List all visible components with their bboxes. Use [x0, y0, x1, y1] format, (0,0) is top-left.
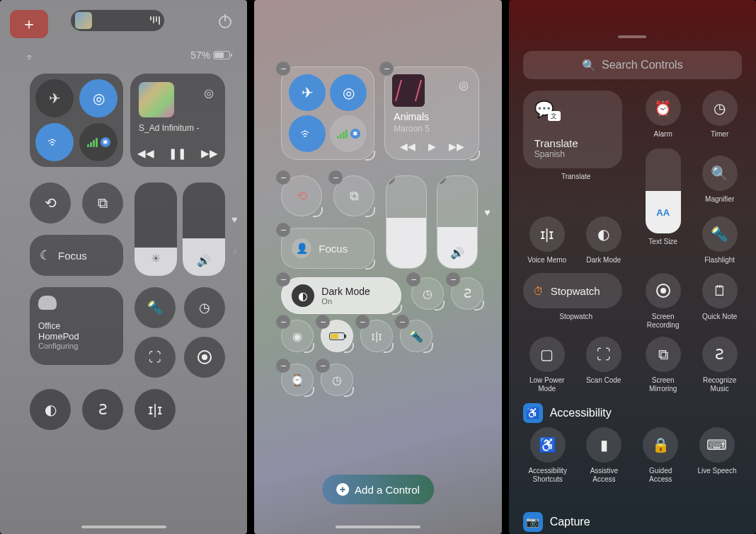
airplay-icon[interactable]: ◎	[204, 86, 214, 100]
live-speech-control[interactable]: ⌨Live Speech	[692, 427, 742, 484]
flashlight-toggle[interactable]: 🔦	[134, 287, 176, 328]
remove-button[interactable]	[276, 170, 290, 185]
magnifier-edit[interactable]: ɪ|ɪ	[360, 320, 393, 352]
resize-handle[interactable]	[392, 305, 402, 315]
resize-handle[interactable]	[474, 301, 484, 310]
rotation-lock-toggle[interactable]: ⟲	[30, 182, 71, 224]
flashlight-control[interactable]: 🔦Flashlight	[696, 216, 744, 265]
remove-button[interactable]	[437, 175, 446, 185]
timer2-edit[interactable]: ◷	[321, 364, 353, 396]
quick-note-control[interactable]: 🗒Quick Note	[696, 273, 744, 321]
remove-button[interactable]	[379, 62, 394, 76]
wifi-toggle[interactable]: ᯤ	[35, 123, 74, 161]
recognize-music-control[interactable]: ƧRecognize Music	[696, 337, 744, 393]
previous-button[interactable]: ◀◀	[137, 147, 154, 160]
sheet-grabber[interactable]	[618, 35, 646, 38]
add-control-button[interactable]: + Add a Control	[322, 475, 434, 504]
scan-code-control[interactable]: ⛶Scan Code	[580, 337, 628, 385]
flashlight-edit[interactable]: 🔦	[400, 320, 433, 352]
resize-handle[interactable]	[470, 151, 480, 161]
dark-mode-tile-edit[interactable]: ◐ Dark Mode On	[281, 277, 401, 314]
resize-handle[interactable]	[304, 343, 314, 353]
remove-button[interactable]	[395, 315, 409, 329]
timer-edit[interactable]: ◷	[411, 277, 444, 310]
resize-handle[interactable]	[435, 301, 445, 310]
remove-button[interactable]	[276, 315, 290, 329]
guided-access-control[interactable]: 🔒Guided Access	[636, 427, 685, 484]
connectivity-tile-edit[interactable]: ✈ ◎ ᯤ ✱	[281, 66, 374, 160]
screen-recording-button[interactable]	[184, 337, 225, 378]
remove-button[interactable]	[355, 315, 370, 329]
watch-mirror-edit[interactable]: ⌚	[281, 364, 314, 396]
magnifier-control[interactable]: 🔍Magnifier	[696, 156, 744, 204]
resize-handle[interactable]	[344, 343, 354, 353]
now-playing-tile[interactable]: ◎ S_Ad Infinitum - ◀◀ ❚❚ ▶▶	[130, 74, 225, 167]
shazam-button[interactable]: Ƨ	[82, 389, 123, 430]
volume-slider-edit[interactable]: 🔊	[437, 175, 478, 269]
remove-button[interactable]	[446, 272, 460, 286]
resize-handle[interactable]	[344, 387, 354, 397]
next-button[interactable]: ▶▶	[201, 147, 218, 160]
screen-record-edit[interactable]: ◉	[281, 320, 314, 352]
remove-button[interactable]	[276, 223, 290, 237]
rotation-lock-edit[interactable]: ⟲	[281, 175, 322, 216]
remove-button[interactable]	[276, 62, 290, 76]
low-power-edit[interactable]	[321, 320, 353, 352]
text-size-control[interactable]: AA Text Size	[639, 149, 687, 246]
remove-button[interactable]	[386, 175, 395, 185]
stopwatch-control[interactable]: ⏱Stopwatch Stopwatch	[523, 273, 629, 321]
resize-handle[interactable]	[313, 207, 323, 217]
dynamic-island[interactable]	[71, 10, 164, 31]
resize-handle[interactable]	[365, 207, 375, 217]
voice-memo-control[interactable]: ɪ|ɪVoice Memo	[523, 216, 571, 265]
pause-button[interactable]: ❚❚	[168, 147, 187, 160]
remove-button[interactable]	[276, 272, 290, 286]
airdrop-toggle[interactable]: ◎	[79, 79, 118, 117]
accessibility-shortcuts-control[interactable]: ♿Accessibility Shortcuts	[523, 427, 573, 484]
resize-handle[interactable]	[384, 343, 394, 353]
alarm-control[interactable]: ⏰Alarm	[639, 91, 687, 139]
scan-code-button[interactable]: ⛶	[134, 337, 176, 378]
remove-button[interactable]	[276, 359, 290, 373]
screen-recording-control[interactable]: Screen Recording	[639, 273, 687, 330]
airdrop-icon: ◎	[330, 74, 367, 111]
focus-tile-edit[interactable]: 👤 Focus	[281, 228, 374, 269]
screen-mirroring-edit[interactable]: ⧉	[333, 175, 374, 216]
remove-button[interactable]	[316, 315, 330, 329]
remove-button[interactable]	[316, 359, 330, 373]
brightness-slider[interactable]: ☀	[134, 182, 177, 276]
resize-handle[interactable]	[365, 260, 375, 269]
timer-control[interactable]: ◷Timer	[696, 91, 744, 139]
shazam-edit[interactable]: Ƨ	[451, 277, 483, 310]
favorites-page-icon[interactable]: ♥	[484, 207, 490, 218]
airplane-mode-toggle[interactable]: ✈	[35, 79, 74, 117]
remove-button[interactable]	[328, 170, 343, 185]
focus-tile[interactable]: ☾ Focus	[30, 235, 123, 276]
voice-search-button[interactable]: ɪ|ɪ	[134, 389, 176, 430]
screen-mirroring-button[interactable]: ⧉	[82, 182, 123, 224]
volume-slider[interactable]: 🔊	[183, 182, 225, 276]
home-indicator[interactable]	[81, 526, 166, 528]
timer-button[interactable]: ◷	[184, 287, 225, 328]
bluetooth-cellular-toggle[interactable]: ✱	[79, 123, 118, 161]
resize-handle[interactable]	[365, 151, 375, 161]
low-power-control[interactable]: ▢Low Power Mode	[523, 337, 571, 393]
search-controls-field[interactable]: 🔍 Search Controls	[523, 51, 742, 79]
resize-handle[interactable]	[304, 387, 314, 397]
now-playing-tile-edit[interactable]: ◎ Animals Maroon 5 ◀◀ ▶ ▶▶	[384, 66, 479, 160]
brightness-slider-edit[interactable]	[386, 175, 427, 269]
dark-mode-toggle[interactable]: ◐	[30, 389, 71, 430]
connectivity-tile[interactable]: ✈ ◎ ᯤ ✱	[30, 74, 123, 167]
translate-control[interactable]: 💬文 Translate Spanish Translate	[523, 91, 629, 181]
power-icon[interactable]	[219, 16, 231, 28]
home-tile[interactable]: Office HomePod Configuring	[30, 287, 123, 365]
resize-handle[interactable]	[423, 343, 433, 353]
screen-mirroring-control[interactable]: ⧉Screen Mirroring	[639, 337, 687, 393]
add-page-button[interactable]: ＋	[10, 10, 48, 38]
assistive-access-control[interactable]: ▮Assistive Access	[579, 427, 629, 484]
home-indicator[interactable]	[336, 526, 420, 528]
remove-button[interactable]	[406, 272, 420, 286]
music-page-icon[interactable]: ♪	[232, 245, 237, 256]
dark-mode-control[interactable]: ◐Dark Mode	[580, 216, 628, 265]
favorites-page-icon[interactable]: ♥	[231, 214, 237, 225]
